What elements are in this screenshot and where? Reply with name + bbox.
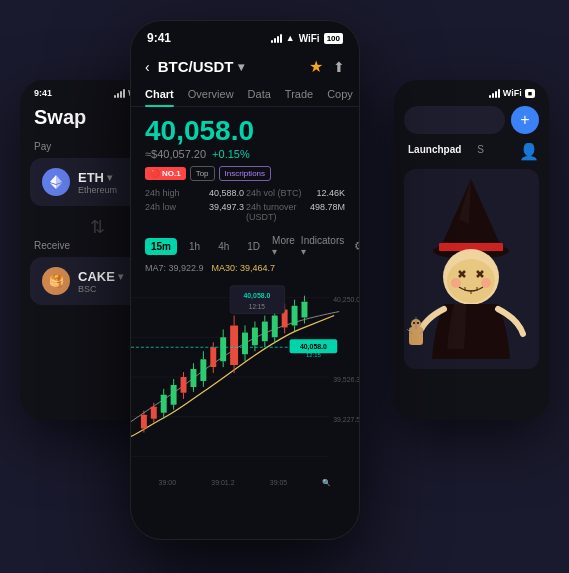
nav-tabs: Chart Overview Data Trade Copy Bots xyxy=(131,82,359,107)
phone-center: 9:41 ▲ WiFi 100 ‹ BTC/USDT ▾ ★ xyxy=(130,20,360,540)
back-arrow[interactable]: ‹ xyxy=(145,59,150,75)
tab-data[interactable]: Data xyxy=(248,82,271,106)
svg-point-84 xyxy=(451,278,461,288)
chart-svg: 40,058.0 12:15 40,250.0 39,526.3 39,227.… xyxy=(131,277,359,477)
tag-no1: 🔴 NO.1 xyxy=(145,167,186,180)
svg-rect-57 xyxy=(302,302,308,318)
tab-copy[interactable]: Copy xyxy=(327,82,353,106)
x-axis-labels: 39:00 39:01.2 39:05 🔍 xyxy=(131,477,359,489)
high-value: 40,588.0 xyxy=(209,188,244,198)
svg-rect-9 xyxy=(141,415,147,429)
tag-inscriptions: Inscriptions xyxy=(219,166,271,181)
svg-rect-33 xyxy=(220,337,226,361)
low-label: 24h low xyxy=(145,202,176,222)
svg-rect-45 xyxy=(262,321,268,341)
left-status-time: 9:41 xyxy=(34,88,52,98)
svg-rect-54 xyxy=(292,306,298,326)
stat-vol: 24h vol (BTC) 12.46K xyxy=(246,187,345,199)
low-value: 39,497.3 xyxy=(209,202,244,222)
eth-icon xyxy=(42,168,70,196)
tf-1h[interactable]: 1h xyxy=(183,238,206,255)
ma30-label: MA30: 39,464.7 xyxy=(212,263,276,273)
more-btn[interactable]: More ▾ xyxy=(272,235,295,257)
indicators-btn[interactable]: Indicators ▾ xyxy=(301,235,344,257)
cake-icon: 🥞 xyxy=(42,267,70,295)
svg-point-85 xyxy=(481,278,491,288)
tab-overview[interactable]: Overview xyxy=(188,82,234,106)
cake-chevron: ▾ xyxy=(118,271,123,282)
price-usd: ≈$40,057.20 xyxy=(145,148,206,160)
stat-low: 24h low 39,497.3 xyxy=(145,201,244,223)
svg-text:39,526.3: 39,526.3 xyxy=(333,376,359,383)
svg-marker-1 xyxy=(50,175,56,184)
phone-right: WiFi ■ + Launchpad S 👤 xyxy=(394,80,549,420)
svg-marker-3 xyxy=(50,183,56,189)
vol-label: 24h vol (BTC) xyxy=(246,188,302,198)
svg-text:39,227.5: 39,227.5 xyxy=(333,416,359,423)
vol-value: 12.46K xyxy=(316,188,345,198)
svg-rect-42 xyxy=(252,327,258,345)
svg-marker-0 xyxy=(56,175,62,184)
chart-settings-icon[interactable]: ⚙ xyxy=(354,239,360,253)
pair-name: BTC/USDT ▾ xyxy=(158,58,244,75)
header-actions: ★ ⬆ xyxy=(309,57,345,76)
price-section: 40,058.0 ≈$40,057.20 +0.15% 🔴 NO.1 Top I… xyxy=(131,107,359,187)
stat-high: 24h high 40,588.0 xyxy=(145,187,244,199)
right-tab-launchpad[interactable]: Launchpad xyxy=(404,142,465,161)
tab-chart[interactable]: Chart xyxy=(145,82,174,106)
svg-rect-15 xyxy=(161,395,167,413)
tags-row: 🔴 NO.1 Top Inscriptions xyxy=(145,166,345,181)
svg-rect-21 xyxy=(181,377,187,393)
center-header: ‹ BTC/USDT ▾ ★ ⬆ xyxy=(131,51,359,82)
turnover-label: 24h turnover (USDT) xyxy=(246,202,310,222)
witch-nft-svg xyxy=(404,169,539,369)
ma-row: MA7: 39,922.9 MA30: 39,464.7 xyxy=(131,261,359,277)
svg-text:12:15: 12:15 xyxy=(306,352,322,358)
stats-row: 24h high 40,588.0 24h vol (BTC) 12.46K 2… xyxy=(131,187,359,231)
svg-rect-27 xyxy=(200,359,206,381)
svg-rect-48 xyxy=(272,316,278,338)
svg-text:12:15: 12:15 xyxy=(249,303,266,310)
chart-controls: 15m 1h 4h 1D More ▾ Indicators ▾ ⚙ xyxy=(131,231,359,261)
svg-rect-36 xyxy=(230,325,238,365)
svg-rect-18 xyxy=(171,385,177,405)
right-status-bar: WiFi ■ xyxy=(394,80,549,102)
svg-rect-24 xyxy=(190,369,196,387)
center-status-bar: 9:41 ▲ WiFi 100 xyxy=(131,21,359,51)
tf-1d[interactable]: 1D xyxy=(241,238,266,255)
svg-text:40,058.0: 40,058.0 xyxy=(300,343,327,351)
svg-rect-86 xyxy=(409,327,423,345)
share-icon[interactable]: ⬆ xyxy=(333,59,345,75)
star-icon[interactable]: ★ xyxy=(309,57,323,76)
eth-chevron: ▾ xyxy=(107,172,112,183)
right-tab-s[interactable]: S xyxy=(473,142,488,161)
main-price: 40,058.0 xyxy=(145,117,345,145)
right-header: + xyxy=(394,102,549,138)
tf-15m[interactable]: 15m xyxy=(145,238,177,255)
turnover-value: 498.78M xyxy=(310,202,345,222)
tab-trade[interactable]: Trade xyxy=(285,82,313,106)
price-change: +0.15% xyxy=(212,148,250,160)
svg-rect-12 xyxy=(151,407,157,419)
tag-top: Top xyxy=(190,166,215,181)
high-label: 24h high xyxy=(145,188,180,198)
price-sub: ≈$40,057.20 +0.15% xyxy=(145,148,345,160)
phones-container: 9:41 WiFi 🔋 Swap Pay ETH xyxy=(0,0,569,573)
center-status-time: 9:41 xyxy=(147,31,171,45)
svg-rect-30 xyxy=(210,347,216,367)
nft-image-area xyxy=(404,169,539,369)
user-icon[interactable]: 👤 xyxy=(519,142,539,161)
svg-marker-2 xyxy=(56,183,62,189)
search-box[interactable] xyxy=(404,106,505,134)
add-button[interactable]: + xyxy=(511,106,539,134)
svg-rect-39 xyxy=(242,332,248,354)
right-tabs: Launchpad S 👤 xyxy=(394,138,549,165)
chart-area: 40,058.0 12:15 40,250.0 39,526.3 39,227.… xyxy=(131,277,359,477)
svg-text:40,058.0: 40,058.0 xyxy=(243,292,270,300)
tf-4h[interactable]: 4h xyxy=(212,238,235,255)
ma7-label: MA7: 39,922.9 xyxy=(145,263,204,273)
stat-turnover: 24h turnover (USDT) 498.78M xyxy=(246,201,345,223)
svg-text:40,250.0: 40,250.0 xyxy=(333,296,359,303)
